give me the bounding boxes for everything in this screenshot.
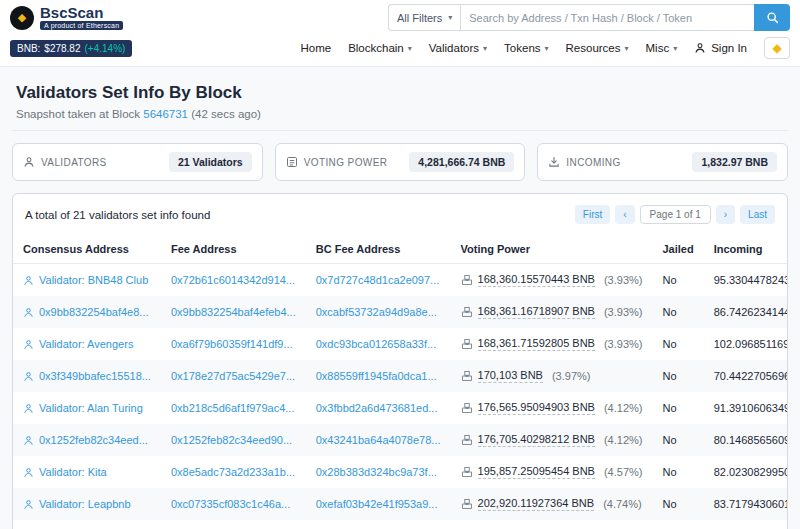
voting-power-cell: 195,857.25095454 BNB(4.57%) xyxy=(451,456,653,488)
validator-icon xyxy=(23,339,34,350)
incoming-cell: 83.261778214399418769 BNB xyxy=(704,520,788,529)
search-bar: All Filters ▾ xyxy=(388,4,790,31)
voting-power-value: 176,705.40298212 BNB xyxy=(478,433,595,447)
voting-power-percent: (3.93%) xyxy=(604,274,643,286)
main-content: Validators Set Info By Block Snapshot ta… xyxy=(0,67,800,529)
col-header-incoming: Incoming xyxy=(704,235,788,264)
jailed-cell: No xyxy=(652,488,703,520)
bc-fee-address-link[interactable]: 0x43241ba64a4078e78... xyxy=(316,434,441,446)
all-filters-select[interactable]: All Filters ▾ xyxy=(388,4,460,31)
voting-power-percent: (4.74%) xyxy=(603,498,642,510)
search-input[interactable] xyxy=(460,4,754,31)
bc-fee-address-link[interactable]: 0xefaf03b42e41f953a9... xyxy=(316,498,438,510)
search-button[interactable] xyxy=(754,4,790,31)
voting-power-cell: 170,103 BNB(3.97%) xyxy=(451,360,653,392)
incoming-cell: 91.391060634962806987 BNB xyxy=(704,392,788,424)
voting-power-cell: 168,361.16718907 BNB(3.93%) xyxy=(451,296,653,328)
voting-power-percent: (3.97%) xyxy=(552,370,591,382)
nav-item-validators[interactable]: Validators ▾ xyxy=(429,42,487,54)
user-icon xyxy=(23,156,35,168)
fee-address-cell: 0x1252feb82c34eed90... xyxy=(161,424,306,456)
consensus-address-link[interactable]: 0x9bb832254baf4e8... xyxy=(39,306,149,318)
nav-item-home[interactable]: Home xyxy=(300,42,331,54)
user-icon xyxy=(694,42,706,54)
nav-item-label: Home xyxy=(300,42,331,54)
fee-address-link[interactable]: 0xb218c5d6af1f979ac4... xyxy=(171,402,295,414)
chevron-down-icon: ▾ xyxy=(625,44,629,53)
consensus-address-link[interactable]: Validator: Alan Turing xyxy=(39,402,143,414)
fee-address-link[interactable]: 0x1252feb82c34eed90... xyxy=(171,434,292,446)
bnb-price-badge[interactable]: BNB: $278.82 (+4.14%) xyxy=(10,40,132,57)
bnb-price-value: $278.82 xyxy=(44,43,80,54)
bc-fee-address-link[interactable]: 0xcabf53732a94d9a8e... xyxy=(316,306,437,318)
bc-fee-address-link[interactable]: 0xdc93bca012658a33f... xyxy=(316,338,437,350)
snapshot-block-link[interactable]: 5646731 xyxy=(143,108,188,120)
fee-address-link[interactable]: 0xc07335cf083c1c46a... xyxy=(171,498,290,510)
fee-address-link[interactable]: 0xa6f79b60359f141df9... xyxy=(171,338,293,350)
stat-card-voting-power: VOTING POWER 4,281,666.74 BNB xyxy=(275,143,526,181)
pagination-first-button[interactable]: First xyxy=(575,205,610,224)
bc-fee-address-cell: 0x28b383d324bc9a73f... xyxy=(306,456,451,488)
logo-tagline: A product of Etherscan xyxy=(40,21,123,30)
bc-fee-address-cell: 0xdc93bca012658a33f... xyxy=(306,328,451,360)
ballot-icon xyxy=(461,306,473,318)
stat-value-badge: 1,832.97 BNB xyxy=(692,152,777,172)
consensus-address-link[interactable]: Validator: Leapbnb xyxy=(39,498,131,510)
nav-item-tokens[interactable]: Tokens ▾ xyxy=(504,42,548,54)
validators-table: Consensus Address Fee Address BC Fee Add… xyxy=(13,235,788,529)
bc-fee-address-link[interactable]: 0x28b383d324bc9a73f... xyxy=(316,466,437,478)
voting-power-value: 195,857.25095454 BNB xyxy=(478,465,595,479)
bsc-gem-button[interactable]: ◆ xyxy=(764,37,790,59)
consensus-address-link[interactable]: Validator: Avengers xyxy=(39,338,133,350)
pagination-prev-button[interactable]: ‹ xyxy=(615,205,634,224)
ballot-icon xyxy=(461,338,473,350)
fee-address-link[interactable]: 0x72b61c6014342d914... xyxy=(171,274,295,286)
validator-icon xyxy=(23,307,34,318)
bc-fee-address-link[interactable]: 0x7d727c48d1ca2e097... xyxy=(316,274,440,286)
nav-item-blockchain[interactable]: Blockchain ▾ xyxy=(348,42,412,54)
snapshot-prefix: Snapshot taken at Block xyxy=(16,108,140,120)
fee-address-cell: 0x8e5adc73a2d233a1b... xyxy=(161,456,306,488)
table-row: Validator: Leapbnb0xc07335cf083c1c46a...… xyxy=(13,488,788,520)
fee-address-cell: 0x6811ca77acfb221a4... xyxy=(161,520,306,529)
fee-address-cell: 0x9bb832254baf4efeb4... xyxy=(161,296,306,328)
consensus-address-link[interactable]: 0x1252feb82c34eed... xyxy=(39,434,148,446)
consensus-address-link[interactable]: 0x3f349bbafec15518... xyxy=(39,370,151,382)
fee-address-link[interactable]: 0x178e27d75ac5429e7... xyxy=(171,370,295,382)
bc-fee-address-link[interactable]: 0x88559ff1945fa0dca1... xyxy=(316,370,437,382)
chevron-down-icon: ▾ xyxy=(408,44,412,53)
validators-table-body: Validator: BNB48 Club0x72b61c6014342d914… xyxy=(13,264,788,529)
ballot-icon xyxy=(461,466,473,478)
jailed-cell: No xyxy=(652,456,703,488)
bnb-price-label: BNB: xyxy=(17,43,40,54)
bc-fee-address-cell: 0xcabf53732a94d9a8e... xyxy=(306,296,451,328)
ballot-icon xyxy=(461,402,473,414)
sign-in-button[interactable]: Sign In xyxy=(694,42,747,54)
nav-item-label: Validators xyxy=(429,42,479,54)
snapshot-text: Snapshot taken at Block 5646731 (42 secs… xyxy=(16,108,784,120)
fee-address-link[interactable]: 0x8e5adc73a2d233a1b... xyxy=(171,466,295,478)
bscscan-logo[interactable]: ◆ BscScan A product of Etherscan xyxy=(10,5,123,30)
col-header-consensus-address: Consensus Address xyxy=(13,235,161,264)
table-row: 0x3f349bbafec15518...0x178e27d75ac5429e7… xyxy=(13,360,788,392)
consensus-address-link[interactable]: Validator: BNB48 Club xyxy=(39,274,148,286)
consensus-address-link[interactable]: Validator: Kita xyxy=(39,466,107,478)
pagination-next-button[interactable]: › xyxy=(716,205,735,224)
pagination-last-button[interactable]: Last xyxy=(740,205,775,224)
ballot-icon xyxy=(461,498,473,510)
nav-item-misc[interactable]: Misc ▾ xyxy=(646,42,678,54)
fee-address-cell: 0x72b61c6014342d914... xyxy=(161,264,306,297)
bc-fee-address-link[interactable]: 0x3fbbd2a6d473681ed... xyxy=(316,402,438,414)
table-row: Validator: Alan Turing0xb218c5d6af1f979a… xyxy=(13,392,788,424)
diamond-icon: ◆ xyxy=(772,42,781,54)
consensus-address-cell: Validator: Alan Turing xyxy=(13,392,161,424)
consensus-address-cell: Validator: Kita xyxy=(13,456,161,488)
nav-item-label: Resources xyxy=(566,42,621,54)
nav-item-resources[interactable]: Resources ▾ xyxy=(566,42,629,54)
stat-label: VOTING POWER xyxy=(304,157,388,168)
fee-address-link[interactable]: 0x9bb832254baf4efeb4... xyxy=(171,306,296,318)
voting-power-cell: 168,361.71592805 BNB(3.93%) xyxy=(451,328,653,360)
page-header: Validators Set Info By Block Snapshot ta… xyxy=(12,79,788,131)
voting-power-cell: 203,214.96181263 BNB(4.74%) xyxy=(451,520,653,529)
voting-power-cell: 176,705.40298212 BNB(4.12%) xyxy=(451,424,653,456)
